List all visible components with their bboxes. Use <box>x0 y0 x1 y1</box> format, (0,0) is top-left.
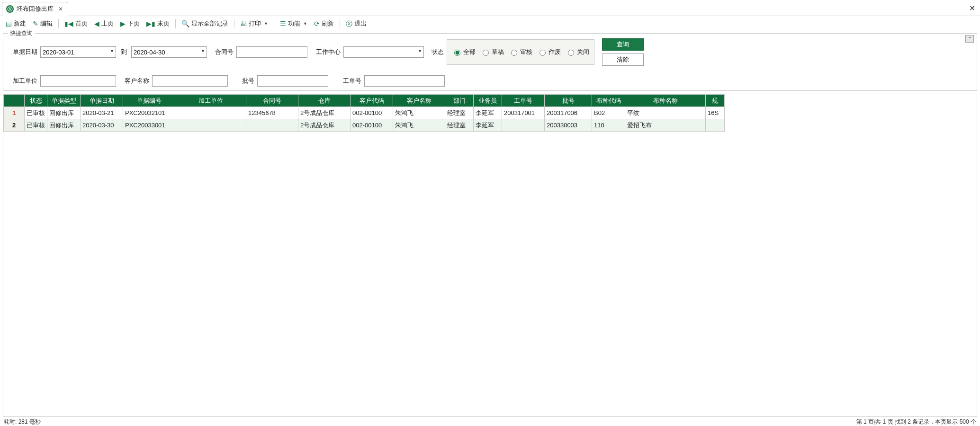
document-icon: ▤ <box>6 20 12 27</box>
quick-query-panel: 快捷查询 ⌃ 单据日期 到 合同号 工作中心 状态 全部 草稿 审核 作废 关闭 <box>3 33 977 91</box>
label-work-order: 工单号 <box>331 77 361 85</box>
label-proc-unit: 加工单位 <box>7 77 37 85</box>
cell-cust_name: 朱鸿飞 <box>393 107 445 119</box>
column-header-rownum[interactable] <box>4 95 25 107</box>
close-icon[interactable]: ✕ <box>58 6 63 12</box>
separator <box>274 19 274 28</box>
cell-cust_code: 002-00100 <box>351 107 393 119</box>
window-close-icon[interactable]: ✕ <box>969 4 975 13</box>
column-header-spec[interactable]: 规 <box>706 95 725 107</box>
proc-unit-input[interactable] <box>40 75 116 87</box>
exit-button[interactable]: ⓧ 退出 <box>343 17 369 30</box>
show-all-button[interactable]: 🔍 显示全部记录 <box>179 17 231 30</box>
contract-no-input[interactable] <box>236 46 307 58</box>
collapse-icon[interactable]: ⌃ <box>965 35 974 43</box>
separator <box>340 19 340 28</box>
refresh-icon: ⟳ <box>314 20 320 27</box>
separator <box>175 19 176 28</box>
table-row[interactable]: 1已审核回修出库2020-03-21PXC20032101123456782号成… <box>4 107 725 119</box>
cell-cust_code: 002-00100 <box>351 119 393 132</box>
cell-cloth_code: 110 <box>592 119 625 132</box>
label-contract-no: 合同号 <box>210 48 234 56</box>
cell-cloth_name: 爱招飞布 <box>625 119 706 132</box>
first-page-button[interactable]: ▮◀ 首页 <box>62 17 90 30</box>
radio-all[interactable]: 全部 <box>452 48 476 56</box>
search-button[interactable]: 查询 <box>602 38 644 51</box>
date-to-input[interactable] <box>131 46 207 58</box>
prev-page-button[interactable]: ◀ 上页 <box>91 17 117 30</box>
cell-proc_unit <box>175 119 246 132</box>
cell-spec: 16S <box>706 107 725 119</box>
radio-draft[interactable]: 草稿 <box>480 48 504 56</box>
tab-strip: 坯布回修出库 ✕ ✕ <box>0 0 980 16</box>
printer-icon: 🖶 <box>240 20 247 27</box>
column-header-dept[interactable]: 部门 <box>445 95 474 107</box>
next-label: 下页 <box>127 19 140 28</box>
page-info: 第 1 页/共 1 页 找到 2 条记录，本页显示 500 个 <box>856 418 976 426</box>
radio-closed[interactable]: 关闭 <box>566 48 589 56</box>
clear-button[interactable]: 清除 <box>602 53 644 66</box>
next-page-button[interactable]: ▶ 下页 <box>117 17 143 30</box>
work-center-select[interactable] <box>343 46 424 58</box>
work-order-input[interactable] <box>364 75 445 87</box>
column-header-proc_unit[interactable]: 加工单位 <box>175 95 246 107</box>
column-header-doc_type[interactable]: 单据类型 <box>47 95 81 107</box>
radio-void[interactable]: 作废 <box>537 48 561 56</box>
column-header-status[interactable]: 状态 <box>25 95 47 107</box>
column-header-doc_no[interactable]: 单据编号 <box>123 95 175 107</box>
cell-warehouse: 2号成品仓库 <box>298 119 351 132</box>
cell-sales: 李延军 <box>474 119 502 132</box>
separator <box>234 19 234 28</box>
date-from-input[interactable] <box>40 46 116 58</box>
function-button[interactable]: ☰ 功能 ▼ <box>277 17 310 30</box>
radio-audit[interactable]: 审核 <box>509 48 532 56</box>
print-button[interactable]: 🖶 打印 ▼ <box>237 17 271 30</box>
separator <box>58 19 59 28</box>
cell-status: 已审核 <box>25 119 47 132</box>
cell-doc_type: 回修出库 <box>47 107 81 119</box>
grid-scroll[interactable]: 状态单据类型单据日期单据编号加工单位合同号仓库客户代码客户名称部门业务员工单号批… <box>3 94 977 416</box>
column-header-doc_date[interactable]: 单据日期 <box>81 95 123 107</box>
cust-name-input[interactable] <box>152 75 228 87</box>
label-cust-name: 客户名称 <box>119 77 149 85</box>
elapsed-time: 耗时: 281 毫秒 <box>4 418 41 426</box>
cell-dept: 经理室 <box>445 119 474 132</box>
cell-rownum: 2 <box>4 119 25 132</box>
show-all-label: 显示全部记录 <box>191 19 228 28</box>
magnifier-icon: 🔍 <box>181 20 189 27</box>
column-header-cloth_name[interactable]: 布种名称 <box>625 95 706 107</box>
cell-dept: 经理室 <box>445 107 474 119</box>
new-label: 新建 <box>14 19 26 28</box>
cell-doc_no: PXC20033001 <box>123 119 175 132</box>
column-header-cust_name[interactable]: 客户名称 <box>393 95 445 107</box>
cell-spec <box>706 119 725 132</box>
cell-warehouse: 2号成品仓库 <box>298 107 351 119</box>
table-row[interactable]: 2已审核回修出库2020-03-30PXC200330012号成品仓库002-0… <box>4 119 725 132</box>
edit-button[interactable]: ✎ 编辑 <box>30 17 55 30</box>
next-icon: ▶ <box>120 20 126 27</box>
tab-greige-rework-out[interactable]: 坯布回修出库 ✕ <box>2 2 68 16</box>
prev-label: 上页 <box>101 19 114 28</box>
column-header-contract_no[interactable]: 合同号 <box>246 95 298 107</box>
new-button[interactable]: ▤ 新建 <box>3 17 29 30</box>
exit-icon: ⓧ <box>346 20 352 27</box>
query-legend: 快捷查询 <box>8 29 35 37</box>
label-doc-date: 单据日期 <box>7 48 37 56</box>
status-radio-group: 全部 草稿 审核 作废 关闭 <box>447 39 594 65</box>
cell-doc_date: 2020-03-30 <box>81 119 123 132</box>
column-header-work_order[interactable]: 工单号 <box>502 95 545 107</box>
last-page-button[interactable]: ▶▮ 末页 <box>144 17 172 30</box>
column-header-sales[interactable]: 业务员 <box>474 95 502 107</box>
chevron-down-icon: ▼ <box>303 21 307 26</box>
edit-label: 编辑 <box>40 19 53 28</box>
cell-proc_unit <box>175 107 246 119</box>
column-header-cloth_code[interactable]: 布种代码 <box>592 95 625 107</box>
column-header-warehouse[interactable]: 仓库 <box>298 95 351 107</box>
column-header-batch_no[interactable]: 批号 <box>545 95 592 107</box>
label-batch-no: 批号 <box>231 77 254 85</box>
cell-cloth_code: B02 <box>592 107 625 119</box>
batch-no-input[interactable] <box>257 75 328 87</box>
column-header-cust_code[interactable]: 客户代码 <box>351 95 393 107</box>
refresh-button[interactable]: ⟳ 刷新 <box>311 17 337 30</box>
cell-doc_date: 2020-03-21 <box>81 107 123 119</box>
